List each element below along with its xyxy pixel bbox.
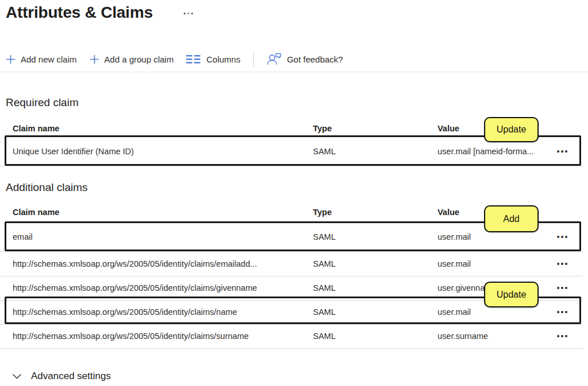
value-cell: user.mail bbox=[438, 307, 550, 317]
required-claim-heading: Required claim bbox=[6, 96, 79, 109]
claim-name-cell: http://schemas.xmlsoap.org/ws/2005/05/id… bbox=[13, 259, 308, 268]
columns-icon bbox=[186, 55, 201, 64]
plus-icon bbox=[90, 54, 99, 64]
feedback-icon bbox=[266, 52, 282, 66]
row-menu-icon[interactable]: ••• bbox=[549, 283, 577, 293]
toolbar-rule bbox=[0, 72, 588, 72]
row-menu-icon[interactable]: ••• bbox=[549, 259, 577, 268]
more-options-icon[interactable] bbox=[181, 10, 195, 17]
column-header-claim-name: Claim name bbox=[13, 124, 308, 133]
columns-label: Columns bbox=[206, 54, 240, 64]
attributes-claims-page: Attributes & Claims Add new claim Add a … bbox=[0, 0, 588, 386]
column-header-type: Type bbox=[313, 124, 332, 133]
value-cell: user.mail [nameid-forma... bbox=[438, 147, 550, 156]
got-feedback-label: Got feedback? bbox=[287, 54, 343, 64]
row-menu-icon[interactable]: ••• bbox=[549, 332, 577, 341]
columns-button[interactable]: Columns bbox=[186, 54, 240, 64]
type-cell: SAML bbox=[313, 332, 336, 341]
row-menu-icon[interactable]: ••• bbox=[549, 147, 577, 156]
claim-name-cell: http://schemas.xmlsoap.org/ws/2005/05/id… bbox=[13, 307, 308, 317]
callout-add-additional: Add bbox=[484, 205, 539, 232]
callout-update-required: Update bbox=[484, 117, 539, 142]
claim-name-cell: Unique User Identifier (Name ID) bbox=[13, 147, 308, 156]
type-cell: SAML bbox=[313, 307, 336, 317]
table-row[interactable]: http://schemas.xmlsoap.org/ws/2005/05/id… bbox=[0, 251, 583, 276]
claim-name-cell: http://schemas.xmlsoap.org/ws/2005/05/id… bbox=[13, 283, 308, 293]
type-cell: SAML bbox=[313, 232, 336, 241]
command-bar: Add new claim Add a group claim Columns bbox=[6, 49, 343, 69]
add-group-claim-button[interactable]: Add a group claim bbox=[90, 54, 174, 64]
additional-claims-heading: Additional claims bbox=[6, 181, 88, 194]
plus-icon bbox=[6, 54, 16, 64]
column-header-type: Type bbox=[313, 208, 332, 217]
got-feedback-button[interactable]: Got feedback? bbox=[266, 52, 343, 66]
add-new-claim-label: Add new claim bbox=[21, 54, 77, 64]
type-cell: SAML bbox=[313, 283, 336, 293]
value-cell: user.surname bbox=[438, 332, 550, 341]
advanced-settings-toggle[interactable]: Advanced settings bbox=[11, 368, 112, 384]
add-group-claim-label: Add a group claim bbox=[105, 54, 174, 64]
advanced-settings-label: Advanced settings bbox=[31, 371, 111, 382]
chevron-down-icon bbox=[13, 374, 21, 379]
type-cell: SAML bbox=[313, 147, 336, 156]
toolbar-divider bbox=[253, 52, 254, 67]
add-new-claim-button[interactable]: Add new claim bbox=[6, 54, 77, 64]
page-title: Attributes & Claims bbox=[6, 3, 153, 22]
callout-update-additional: Update bbox=[484, 282, 539, 307]
claim-name-cell: http://schemas.xmlsoap.org/ws/2005/05/id… bbox=[13, 332, 308, 341]
type-cell: SAML bbox=[313, 259, 336, 268]
column-header-claim-name: Claim name bbox=[13, 208, 308, 217]
claim-name-cell: email bbox=[13, 232, 308, 241]
row-menu-icon[interactable]: ••• bbox=[549, 307, 577, 317]
row-menu-icon[interactable]: ••• bbox=[549, 232, 577, 241]
table-row[interactable]: http://schemas.xmlsoap.org/ws/2005/05/id… bbox=[0, 324, 583, 349]
value-cell: user.mail bbox=[438, 232, 550, 241]
value-cell: user.mail bbox=[438, 259, 550, 268]
